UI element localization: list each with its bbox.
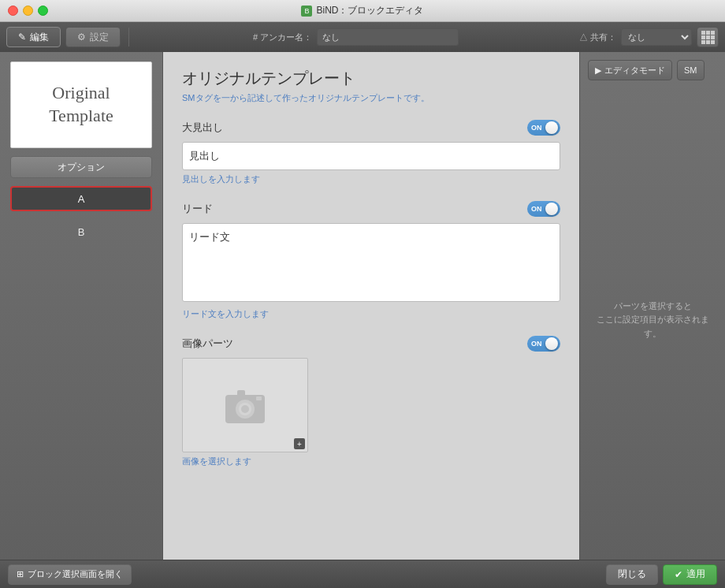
close-window-btn[interactable] (8, 6, 18, 16)
sidebar: Original Template オプション A B (0, 52, 163, 560)
image-placeholder[interactable]: + (182, 358, 308, 452)
settings-label: 設定 (90, 31, 109, 44)
close-button[interactable]: 閉じる (606, 564, 658, 585)
options-label: オプション (58, 161, 105, 174)
bottom-right-btns: 閉じる ✔ 適用 (606, 564, 717, 585)
svg-point-3 (241, 405, 249, 413)
apply-label: 適用 (686, 568, 705, 581)
toolbar: ✎ 編集 ⚙ 設定 # アンカー名： △ 共有： なし (0, 22, 725, 52)
image-toggle-text: ON (531, 340, 542, 348)
edit-label: 編集 (30, 31, 49, 44)
heading-input[interactable] (182, 142, 560, 170)
apply-button[interactable]: ✔ 適用 (663, 564, 717, 585)
share-label: △ 共有： (579, 32, 616, 43)
content-subtitle: SMタグを一から記述して作ったオリジナルテンプレートです。 (182, 92, 560, 104)
heading-section-header: 大見出し ON (182, 120, 560, 136)
heading-toggle-knob (545, 121, 558, 134)
lead-section-label: リード (182, 202, 213, 216)
item-a-label: A (78, 193, 85, 205)
window-title: B BiND：ブロックエディタ (301, 4, 423, 17)
settings-tab[interactable]: ⚙ 設定 (65, 27, 121, 47)
edit-icon: ✎ (18, 32, 26, 43)
image-section-label: 画像パーツ (182, 337, 233, 351)
grid-icon (701, 31, 715, 44)
open-block-btn[interactable]: ⊞ ブロック選択画面を開く (8, 564, 132, 585)
image-hint: 画像を選択します (182, 456, 560, 467)
grid-view-btn[interactable] (697, 27, 719, 47)
right-panel-empty-text: パーツを選択するとここに設定項目が表示されます。 (588, 300, 717, 341)
open-block-label: ブロック選択画面を開く (28, 568, 123, 580)
editor-mode-btn[interactable]: ▶ エディタモード (588, 60, 672, 80)
options-button[interactable]: オプション (10, 156, 152, 178)
sm-btn[interactable]: SM (677, 60, 705, 80)
image-section: 画像パーツ ON + 画像を選択します (182, 336, 560, 467)
heading-toggle-text: ON (531, 124, 542, 132)
share-select[interactable]: なし (621, 28, 692, 46)
lead-section-header: リード ON (182, 201, 560, 217)
heading-hint: 見出しを入力します (182, 173, 560, 185)
lead-textarea[interactable]: <script>document.currentScript.parentNod… (182, 223, 560, 302)
lead-toggle[interactable]: ON (527, 201, 560, 217)
settings-icon: ⚙ (77, 32, 86, 43)
template-line2: Template (49, 105, 113, 128)
heading-section: 大見出し ON 見出しを入力します (182, 120, 560, 185)
sm-label: SM (684, 65, 697, 75)
maximize-window-btn[interactable] (38, 6, 48, 16)
main-layout: Original Template オプション A B オリジナルテンプレート … (0, 52, 725, 560)
anchor-label: # アンカー名： (253, 32, 312, 43)
content-area: オリジナルテンプレート SMタグを一から記述して作ったオリジナルテンプレートです… (163, 52, 579, 560)
play-icon: ▶ (595, 65, 601, 76)
template-line1: Original (49, 82, 113, 105)
minimize-window-btn[interactable] (23, 6, 33, 16)
sidebar-item-b[interactable]: B (10, 219, 152, 244)
image-toggle-knob (545, 337, 558, 350)
window-controls[interactable] (8, 6, 48, 16)
template-preview-text: Original Template (49, 82, 113, 127)
lead-section: リード ON <script>document.currentScript.pa… (182, 201, 560, 320)
edit-tab[interactable]: ✎ 編集 (6, 27, 61, 47)
template-preview: Original Template (10, 61, 152, 148)
heading-section-label: 大見出し (182, 121, 223, 135)
sidebar-item-a[interactable]: A (10, 186, 152, 211)
lead-toggle-knob (545, 203, 558, 215)
svg-rect-4 (237, 390, 245, 396)
anchor-input[interactable] (317, 28, 459, 46)
titlebar: B BiND：ブロックエディタ (0, 0, 725, 22)
share-field-group: △ 共有： なし (579, 28, 692, 46)
camera-icon (221, 385, 269, 425)
item-b-label: B (78, 226, 85, 238)
right-panel-top: ▶ エディタモード SM (588, 60, 717, 80)
heading-toggle[interactable]: ON (527, 120, 560, 136)
svg-rect-5 (256, 396, 262, 400)
app-icon: B (301, 6, 312, 17)
content-title: オリジナルテンプレート (182, 68, 560, 89)
close-label: 閉じる (618, 568, 646, 579)
check-icon: ✔ (675, 569, 682, 580)
lead-toggle-text: ON (531, 205, 542, 213)
bottom-bar: ⊞ ブロック選択画面を開く 閉じる ✔ 適用 (0, 560, 725, 588)
right-panel-empty: パーツを選択するとここに設定項目が表示されます。 (588, 88, 717, 552)
anchor-field-group: # アンカー名： (137, 28, 574, 46)
title-text: BiND：ブロックエディタ (316, 4, 423, 17)
lead-hint: リード文を入力します (182, 308, 560, 320)
image-section-header: 画像パーツ ON (182, 336, 560, 352)
mode-btn-label: エディタモード (604, 65, 665, 76)
right-panel: ▶ エディタモード SM パーツを選択するとここに設定項目が表示されます。 (579, 52, 725, 560)
grid-small-icon: ⊞ (17, 569, 24, 579)
separator (128, 28, 129, 47)
image-add-badge: + (294, 438, 305, 449)
image-toggle[interactable]: ON (527, 336, 560, 352)
